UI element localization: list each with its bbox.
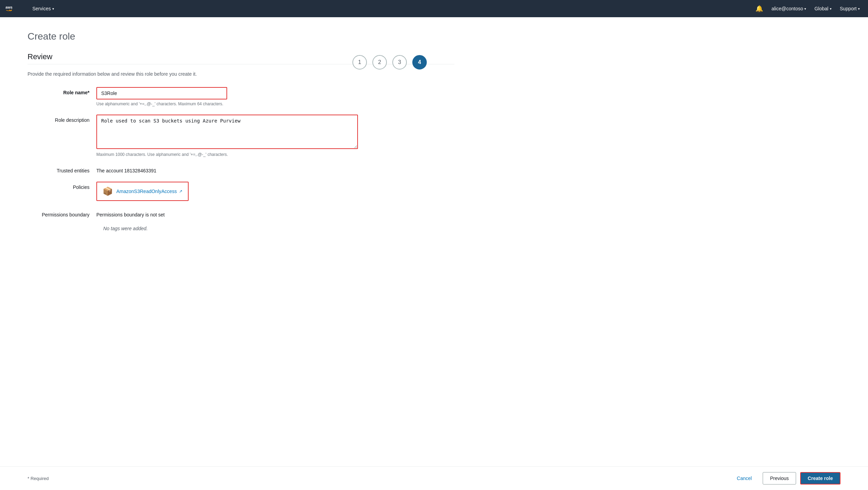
svg-text:aws: aws	[6, 5, 12, 9]
header-row: Create role 1 2 3 4	[28, 31, 454, 52]
policy-box: 📦 AmazonS3ReadOnlyAccess ↗	[96, 182, 189, 201]
policies-row: Policies 📦 AmazonS3ReadOnlyAccess ↗	[28, 182, 454, 201]
role-name-label: Role name*	[28, 87, 96, 95]
role-description-label: Role description	[28, 115, 96, 123]
trusted-entities-row: Trusted entities The account 18132846339…	[28, 165, 454, 173]
support-menu[interactable]: Support ▾	[837, 4, 862, 13]
step-1: 1	[352, 55, 367, 70]
create-role-button[interactable]: Create role	[800, 472, 840, 484]
services-menu[interactable]: Services ▾	[30, 4, 57, 13]
permissions-boundary-label: Permissions boundary	[28, 209, 96, 217]
support-chevron-icon: ▾	[858, 7, 860, 11]
region-chevron-icon: ▾	[830, 7, 832, 11]
bottom-bar: * Required Cancel Previous Create role	[0, 466, 868, 490]
page-title: Create role	[28, 31, 75, 42]
role-description-row: Role description Role used to scan S3 bu…	[28, 115, 454, 157]
bottom-actions: Cancel Previous Create role	[730, 472, 840, 484]
role-name-control-wrap: Use alphanumeric and '+=,.@-_' character…	[96, 87, 358, 106]
role-name-input[interactable]	[96, 87, 227, 99]
region-menu[interactable]: Global ▾	[812, 4, 834, 13]
user-chevron-icon: ▾	[804, 7, 806, 11]
policies-label: Policies	[28, 182, 96, 190]
role-description-control-wrap: Role used to scan S3 buckets using Azure…	[96, 115, 358, 157]
role-description-hint: Maximum 1000 characters. Use alphanumeri…	[96, 152, 358, 157]
policies-control-wrap: 📦 AmazonS3ReadOnlyAccess ↗	[96, 182, 358, 201]
step-3: 3	[392, 55, 407, 70]
cancel-button[interactable]: Cancel	[730, 472, 759, 484]
notifications-bell-icon[interactable]: 🔔	[753, 3, 766, 14]
required-note: * Required	[28, 476, 49, 481]
services-chevron-icon: ▾	[52, 7, 54, 11]
user-menu[interactable]: alice@contoso ▾	[769, 4, 809, 13]
aws-logo[interactable]: aws	[6, 4, 19, 13]
top-navigation: aws Services ▾ 🔔 alice@contoso ▾ Global …	[0, 0, 868, 17]
policy-link[interactable]: AmazonS3ReadOnlyAccess ↗	[116, 189, 182, 194]
external-link-icon: ↗	[179, 189, 182, 194]
role-description-textarea[interactable]: Role used to scan S3 buckets using Azure…	[96, 115, 358, 149]
permissions-boundary-row: Permissions boundary Permissions boundar…	[28, 209, 454, 217]
previous-button[interactable]: Previous	[763, 472, 796, 484]
permissions-boundary-value: Permissions boundary is not set	[96, 209, 165, 217]
policy-name: AmazonS3ReadOnlyAccess	[116, 189, 177, 194]
nav-right: 🔔 alice@contoso ▾ Global ▾ Support ▾	[753, 3, 862, 14]
trusted-entities-value: The account 181328463391	[96, 165, 156, 173]
role-name-hint: Use alphanumeric and '+=,.@-_' character…	[96, 102, 358, 106]
trusted-entities-label: Trusted entities	[28, 165, 96, 173]
main-wrapper: Create role 1 2 3 4 Revie	[0, 17, 868, 490]
policy-package-icon: 📦	[103, 187, 113, 196]
tags-note: No tags were added.	[103, 226, 454, 231]
step-4-active: 4	[412, 55, 427, 70]
role-name-row: Role name* Use alphanumeric and '+=,.@-_…	[28, 87, 454, 106]
review-description: Provide the required information below a…	[28, 71, 454, 77]
step-indicator: 1 2 3 4	[352, 55, 427, 70]
content-area: Create role 1 2 3 4 Revie	[0, 17, 482, 466]
content-page: Create role 1 2 3 4 Revie	[0, 17, 868, 490]
step-2: 2	[372, 55, 387, 70]
